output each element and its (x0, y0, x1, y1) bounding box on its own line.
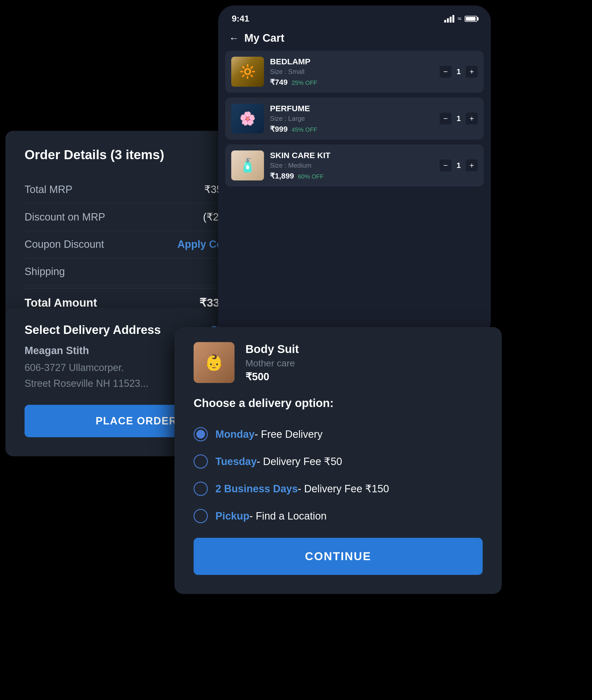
order-row-coupon: Coupon Discount Apply Coupon (24, 231, 248, 258)
modal-product-brand: Mother care (245, 358, 299, 369)
skincare-info: SKIN CARE KIT Size : Medium ₹1,899 60% O… (270, 151, 434, 180)
option-monday-desc: - Free Delivery (255, 429, 323, 440)
option-tuesday-desc: - Delivery Fee ₹50 (257, 456, 342, 467)
bedlamp-image (231, 57, 264, 87)
skincare-qty-control: − 1 + (440, 159, 478, 171)
option-tuesday-text: Tuesday- Delivery Fee ₹50 (215, 455, 342, 468)
back-arrow-icon[interactable]: ← (229, 33, 239, 44)
choose-delivery-title: Choose a delivery option: (194, 396, 483, 410)
perfume-size: Size : Large (270, 115, 434, 122)
bedlamp-qty-minus[interactable]: − (440, 66, 452, 78)
skincare-qty-plus[interactable]: + (466, 159, 478, 171)
bedlamp-discount: 25% OFF (292, 79, 317, 86)
delivery-option-monday[interactable]: Monday- Free Delivery (194, 421, 483, 448)
bedlamp-qty: 1 (455, 67, 462, 76)
delivery-card-title: Select Delivery Address (24, 323, 161, 337)
order-title: Order Details (3 items) (24, 147, 248, 162)
order-label-shipping: Shipping (24, 266, 65, 277)
bedlamp-size: Size : Small (270, 68, 434, 75)
signal-icon (444, 15, 454, 22)
bedlamp-qty-plus[interactable]: + (466, 66, 478, 78)
perfume-image (231, 104, 264, 133)
delivery-option-pickup[interactable]: Pickup- Find a Location (194, 502, 483, 530)
cart-item-skincare: SKIN CARE KIT Size : Medium ₹1,899 60% O… (225, 145, 484, 186)
perfume-qty-plus[interactable]: + (466, 113, 478, 124)
bedlamp-price: ₹749 (270, 78, 288, 87)
skincare-size: Size : Medium (270, 162, 434, 169)
order-row-mrp: Total MRP ₹3561.00 (24, 176, 248, 203)
skincare-name: SKIN CARE KIT (270, 151, 434, 160)
radio-inner-monday (196, 430, 205, 439)
bedlamp-info: BEDLAMP Size : Small ₹749 25% OFF (270, 57, 434, 87)
order-label-mrp: Total MRP (24, 184, 72, 196)
modal-product-name: Body Suit (245, 343, 299, 356)
perfume-name: PERFUME (270, 104, 434, 113)
order-label-discount: Discount on MRP (24, 211, 105, 223)
radio-pickup[interactable] (194, 509, 208, 523)
modal-product: Body Suit Mother care ₹500 (194, 342, 483, 383)
cart-item-bedlamp: BEDLAMP Size : Small ₹749 25% OFF − 1 + (225, 51, 484, 93)
bedlamp-name: BEDLAMP (270, 57, 434, 66)
cart-item-perfume: PERFUME Size : Large ₹999 45% OFF − 1 + (225, 98, 484, 140)
order-label-total: Total Amount (24, 296, 97, 309)
status-bar: 9:41 ≈ (218, 5, 491, 26)
order-label-coupon: Coupon Discount (24, 238, 104, 250)
phone-header: ← My Cart (218, 26, 491, 51)
address-line2: Street Roseville NH 11523... (24, 378, 148, 389)
perfume-qty-minus[interactable]: − (440, 113, 452, 124)
order-row-discount: Discount on MRP (₹214.00) (24, 203, 248, 231)
perfume-info: PERFUME Size : Large ₹999 45% OFF (270, 104, 434, 133)
radio-tuesday[interactable] (194, 454, 208, 469)
address-line1: 606-3727 Ullamcorper. (24, 362, 124, 373)
modal-product-details: Body Suit Mother care ₹500 (245, 343, 299, 383)
delivery-option-modal: Body Suit Mother care ₹500 Choose a deli… (175, 327, 502, 594)
skincare-image (231, 151, 264, 180)
skincare-qty: 1 (455, 161, 462, 170)
continue-button[interactable]: CONTINUE (194, 538, 483, 575)
perfume-qty: 1 (455, 114, 462, 123)
option-tuesday-day: Tuesday (215, 456, 257, 467)
option-2biz-text: 2 Business Days- Delivery Fee ₹150 (215, 483, 389, 495)
option-2biz-desc: - Delivery Fee ₹150 (298, 483, 389, 494)
radio-2biz[interactable] (194, 482, 208, 496)
option-monday-text: Monday- Free Delivery (215, 429, 323, 440)
radio-monday[interactable] (194, 427, 208, 441)
perfume-price-row: ₹999 45% OFF (270, 124, 434, 133)
bedlamp-price-row: ₹749 25% OFF (270, 78, 434, 87)
skincare-discount: 60% OFF (298, 173, 324, 180)
cart-title: My Cart (244, 32, 284, 44)
option-pickup-desc: - Find a Location (249, 510, 327, 522)
option-pickup-text: Pickup- Find a Location (215, 510, 327, 522)
delivery-option-tuesday[interactable]: Tuesday- Delivery Fee ₹50 (194, 448, 483, 475)
option-pickup-day: Pickup (215, 510, 249, 522)
bedlamp-qty-control: − 1 + (440, 66, 478, 78)
delivery-option-2biz[interactable]: 2 Business Days- Delivery Fee ₹150 (194, 475, 483, 502)
perfume-qty-control: − 1 + (440, 113, 478, 124)
skincare-price-row: ₹1,899 60% OFF (270, 171, 434, 180)
option-2biz-day: 2 Business Days (215, 483, 298, 494)
battery-icon (465, 16, 477, 22)
order-row-shipping: Shipping Free (24, 258, 248, 285)
bodysuit-image (194, 342, 235, 383)
phone-frame: 9:41 ≈ ← My Cart BEDLAMP Size : Small ₹7… (218, 5, 491, 338)
option-monday-day: Monday (215, 429, 255, 440)
status-time: 9:41 (232, 14, 249, 24)
perfume-discount: 45% OFF (292, 126, 317, 133)
skincare-price: ₹1,899 (270, 172, 294, 180)
modal-product-price: ₹500 (245, 371, 299, 383)
status-icons: ≈ (444, 14, 477, 23)
perfume-price: ₹999 (270, 125, 288, 133)
wifi-icon: ≈ (457, 14, 461, 23)
cart-items-list: BEDLAMP Size : Small ₹749 25% OFF − 1 + … (218, 51, 491, 338)
skincare-qty-minus[interactable]: − (440, 159, 452, 171)
